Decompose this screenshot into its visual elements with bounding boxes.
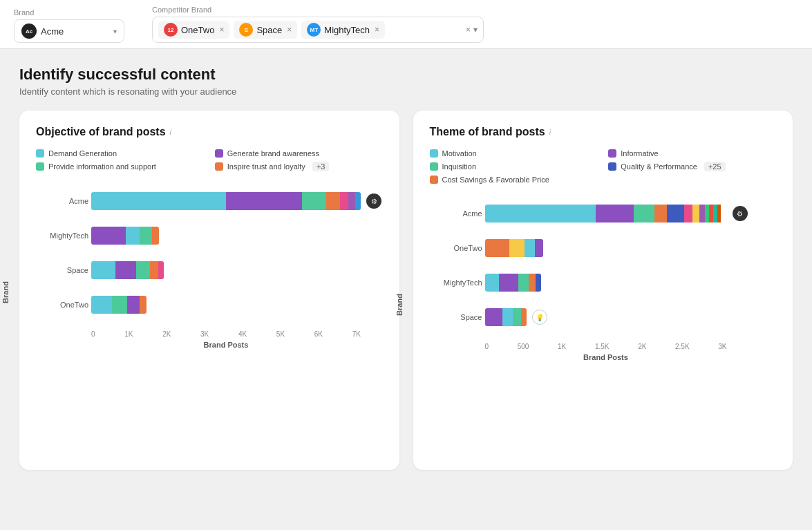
bar-label-mightytech-chart2: MightyTech (430, 278, 482, 287)
legend-label-provide-info: Provide information and support (48, 162, 156, 171)
bar-label-acme-chart1: Acme (36, 197, 88, 205)
legend-label-motivation: Motivation (442, 149, 477, 158)
x-tick: 5K (276, 330, 285, 338)
page-subtitle: Identify content which is resonating wit… (19, 86, 793, 97)
legend-color-demand (36, 149, 44, 158)
bar-track-acme-chart2 (485, 205, 727, 223)
chart-objective: Objective of brand posts i Demand Genera… (19, 111, 399, 470)
legend-item-inspire: Inspire trust and loyalty (215, 162, 305, 171)
competitor-section-label: Competitor Brand (152, 6, 484, 14)
bar-row-space-chart2: Space 💡 (485, 308, 777, 326)
bar-seg (692, 205, 699, 223)
legend-label-brand-awareness: Generate brand awareness (227, 149, 319, 158)
competitor-avatar-onetwo: 12 (164, 23, 178, 37)
bar-seg (136, 261, 150, 279)
legend-color-motivation (430, 149, 438, 158)
chart2-bars: Brand Acme (430, 198, 777, 412)
legend-row2-right-chart2: Quality & Performance +25 (608, 162, 776, 171)
main-container: Brand Ac Acme ▾ Competitor Brand 12 OneT… (0, 0, 812, 530)
bar-seg (634, 205, 654, 223)
page-content: Identify successful content Identify con… (0, 49, 812, 486)
bar-seg (596, 205, 634, 223)
top-bar: Brand Ac Acme ▾ Competitor Brand 12 OneT… (0, 0, 812, 49)
legend-color-provide-info (36, 162, 44, 171)
competitor-name-space: Space (256, 25, 282, 35)
x-tick: 2K (162, 330, 171, 338)
legend-item-demand: Demand Generation (36, 149, 204, 158)
competitor-remove-space[interactable]: × (287, 25, 292, 35)
bar-track-onetwo-chart2 (485, 239, 543, 257)
competitor-section: Competitor Brand 12 OneTwo × S Space × M… (152, 6, 484, 43)
competitor-tag-mightytech: MT MightyTech × (301, 21, 385, 39)
bar-seg (158, 261, 164, 279)
competitor-remove-onetwo[interactable]: × (219, 25, 224, 35)
bar-icon-space-chart2[interactable]: 💡 (532, 310, 547, 325)
legend-more-chart2[interactable]: +25 (704, 162, 726, 171)
chart2-x-label: Brand Posts (485, 353, 727, 361)
legend-label-cost-savings: Cost Savings & Favorable Price (442, 176, 549, 184)
bar-seg (112, 296, 127, 314)
legend-more-chart1[interactable]: +3 (312, 162, 330, 171)
bar-seg (302, 192, 326, 210)
legend-item-motivation: Motivation (430, 149, 598, 158)
bar-label-mightytech-chart1: MightyTech (36, 231, 88, 240)
legend-item-brand-awareness: Generate brand awareness (215, 149, 383, 158)
legend-row2-right: Inspire trust and loyalty +3 (215, 162, 383, 171)
competitor-add-button[interactable]: × ▾ (466, 25, 478, 35)
chart-theme: Theme of brand posts i Motivation Inform… (413, 111, 793, 470)
brand-avatar: Ac (21, 23, 37, 39)
bar-seg (717, 205, 721, 223)
bar-seg (140, 296, 147, 314)
bar-seg (521, 308, 527, 326)
competitor-remove-mightytech[interactable]: × (375, 25, 379, 35)
bar-label-onetwo-chart1: OneTwo (36, 301, 88, 309)
bar-seg (499, 274, 518, 292)
bar-row-mightytech-chart1: MightyTech (91, 227, 383, 245)
chart1-legend: Demand Generation Generate brand awarene… (36, 149, 383, 171)
info-icon-chart1[interactable]: i (170, 128, 171, 136)
brand-section: Brand Ac Acme ▾ (14, 8, 124, 43)
legend-color-brand-awareness (215, 149, 223, 158)
bar-seg (226, 192, 302, 210)
legend-label-quality: Quality & Performance (621, 162, 697, 171)
chart1-x-label: Brand Posts (91, 341, 361, 349)
chart-objective-title: Objective of brand posts i (36, 126, 383, 138)
bar-label-acme-chart2: Acme (430, 209, 482, 218)
chart1-x-axis: 0 1K 2K 3K 4K 5K 6K 7K Brand Posts (91, 330, 383, 358)
bar-icon-acme-chart1[interactable]: ⚙ (366, 193, 381, 209)
legend-item-quality: Quality & Performance (608, 162, 697, 171)
x-tick: 0 (485, 343, 489, 350)
x-tick: 500 (518, 343, 529, 350)
bar-icon-acme-chart2[interactable]: ⚙ (733, 206, 748, 221)
bar-label-space-chart1: Space (36, 266, 88, 274)
bar-track-onetwo-chart1 (91, 296, 147, 314)
bar-seg (326, 192, 340, 210)
competitor-selector: 12 OneTwo × S Space × MT MightyTech × × … (152, 17, 484, 43)
bar-seg (340, 192, 348, 210)
bar-seg (513, 308, 521, 326)
competitor-tag-space: S Space × (234, 21, 297, 39)
bar-seg (502, 308, 513, 326)
bar-seg (348, 192, 355, 210)
legend-item-informative: Informative (608, 149, 776, 158)
info-icon-chart2[interactable]: i (549, 128, 551, 136)
brand-name: Acme (41, 26, 109, 37)
x-tick: 3K (200, 330, 209, 338)
bar-track-space-chart2 (485, 308, 527, 326)
bar-seg (115, 261, 136, 279)
x-tick: 6K (314, 330, 323, 338)
bar-seg (536, 274, 541, 292)
legend-label-inquisition: Inquisition (442, 162, 477, 171)
bar-seg (535, 239, 543, 257)
charts-row: Objective of brand posts i Demand Genera… (19, 111, 793, 470)
legend-item-cost-savings: Cost Savings & Favorable Price (430, 176, 598, 184)
brand-selector[interactable]: Ac Acme ▾ (14, 19, 124, 43)
bar-seg (518, 274, 529, 292)
x-tick: 2K (638, 343, 646, 350)
legend-color-cost-savings (430, 176, 438, 184)
legend-color-inquisition (430, 162, 438, 171)
bar-row-mightytech-chart2: MightyTech (485, 274, 777, 292)
chart2-x-axis: 0 500 1K 1.5K 2K 2.5K 3K Brand Posts (485, 343, 777, 370)
x-tick: 2.5K (675, 343, 690, 350)
bar-seg (91, 227, 126, 245)
